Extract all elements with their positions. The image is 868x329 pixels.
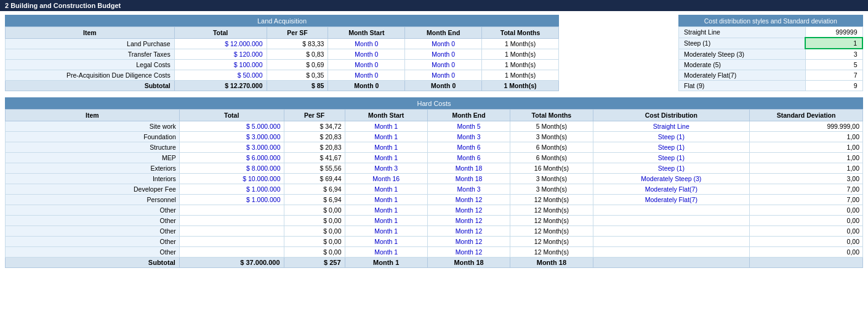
land-months-1: 1 Month(s) (482, 49, 559, 60)
hard-total-3: $ 6.000.000 (179, 153, 284, 163)
hard-mstart-10[interactable]: Month 1 (345, 226, 427, 237)
hard-persf-12: $ 0,00 (284, 247, 345, 258)
hard-stddev-8: 0,00 (750, 205, 863, 216)
hard-months-12: 12 Month(s) (510, 247, 593, 258)
hard-mend-3[interactable]: Month 6 (427, 153, 510, 163)
hard-row-8: Other $ 0,00 Month 1 Month 12 12 Month(s… (6, 205, 863, 216)
hard-item-11: Other (6, 237, 180, 247)
hard-col-persf: Per SF (284, 110, 345, 121)
hard-mend-11[interactable]: Month 12 (427, 237, 510, 247)
land-subtotal-row: Subtotal $ 12.270.000 $ 85 Month 0 Month… (6, 81, 559, 91)
hard-stddev-5: 3,00 (750, 174, 863, 184)
hard-months-10: 12 Month(s) (510, 226, 593, 237)
hard-persf-5: $ 69,44 (284, 174, 345, 184)
hard-costdist-7[interactable]: Moderately Flat(7) (593, 195, 750, 205)
hard-subtotal-stddev (750, 258, 863, 268)
land-months-3: 1 Month(s) (482, 70, 559, 81)
cost-dist-label-5: Flat (9) (679, 81, 806, 91)
land-item-1: Transfer Taxes (6, 49, 175, 60)
hard-mstart-4[interactable]: Month 3 (345, 163, 427, 174)
land-col-monthend: Month End (405, 27, 482, 39)
hard-col-item: Item (6, 110, 180, 121)
hard-total-7: $ 1.000.000 (179, 195, 284, 205)
hard-mend-12[interactable]: Month 12 (427, 247, 510, 258)
land-total-1: $ 120.000 (174, 49, 267, 60)
hard-months-11: 12 Month(s) (510, 237, 593, 247)
hard-item-8: Other (6, 205, 180, 216)
hard-costdist-11 (593, 237, 750, 247)
hard-persf-1: $ 20,83 (284, 132, 345, 142)
hard-mstart-12[interactable]: Month 1 (345, 247, 427, 258)
hard-costdist-6[interactable]: Moderately Flat(7) (593, 184, 750, 195)
hard-mstart-11[interactable]: Month 1 (345, 237, 427, 247)
hard-mstart-2[interactable]: Month 1 (345, 142, 427, 153)
hard-stddev-7: 7,00 (750, 195, 863, 205)
hard-mend-10[interactable]: Month 12 (427, 226, 510, 237)
hard-mend-6[interactable]: Month 3 (427, 184, 510, 195)
cost-dist-value-1[interactable]: 1 (805, 38, 862, 49)
hard-mstart-3[interactable]: Month 1 (345, 153, 427, 163)
hard-mend-9[interactable]: Month 12 (427, 216, 510, 226)
hard-total-6: $ 1.000.000 (179, 184, 284, 195)
land-mend-3[interactable]: Month 0 (405, 70, 482, 81)
hard-mend-2[interactable]: Month 6 (427, 142, 510, 153)
land-total-3: $ 50.000 (174, 70, 267, 81)
hard-subtotal-mstart: Month 1 (345, 258, 427, 268)
hard-costdist-9 (593, 216, 750, 226)
cost-dist-value-5: 9 (805, 81, 862, 91)
hard-months-5: 3 Month(s) (510, 174, 593, 184)
hard-subtotal-mend: Month 18 (427, 258, 510, 268)
hard-row-4: Exteriors $ 8.000.000 $ 55,56 Month 3 Mo… (6, 163, 863, 174)
land-mstart-2[interactable]: Month 0 (328, 60, 405, 70)
hard-mstart-7[interactable]: Month 1 (345, 195, 427, 205)
cost-dist-value-4: 7 (805, 70, 862, 81)
hard-mend-5[interactable]: Month 18 (427, 174, 510, 184)
hard-mend-8[interactable]: Month 12 (427, 205, 510, 216)
hard-costdist-4[interactable]: Steep (1) (593, 163, 750, 174)
hard-mend-4[interactable]: Month 18 (427, 163, 510, 174)
hard-costdist-12 (593, 247, 750, 258)
land-mstart-3[interactable]: Month 0 (328, 70, 405, 81)
hard-total-10 (179, 226, 284, 237)
hard-mend-1[interactable]: Month 3 (427, 132, 510, 142)
land-subtotal-mstart: Month 0 (328, 81, 405, 91)
hard-mstart-0[interactable]: Month 1 (345, 121, 427, 132)
hard-costs-section: Hard Costs Item Total Per SF Month Start… (5, 97, 863, 268)
hard-mend-0[interactable]: Month 5 (427, 121, 510, 132)
hard-mstart-8[interactable]: Month 1 (345, 205, 427, 216)
land-item-3: Pre-Acquisition Due Diligence Costs (6, 70, 175, 81)
hard-costdist-3[interactable]: Steep (1) (593, 153, 750, 163)
hard-total-11 (179, 237, 284, 247)
hard-item-9: Other (6, 216, 180, 226)
hard-mstart-5[interactable]: Month 16 (345, 174, 427, 184)
hard-mstart-1[interactable]: Month 1 (345, 132, 427, 142)
hard-stddev-12: 0,00 (750, 247, 863, 258)
hard-mstart-6[interactable]: Month 1 (345, 184, 427, 195)
land-subtotal-months: 1 Month(s) (482, 81, 559, 91)
land-mstart-1[interactable]: Month 0 (328, 49, 405, 60)
land-mend-2[interactable]: Month 0 (405, 60, 482, 70)
hard-costdist-10 (593, 226, 750, 237)
hard-costdist-0[interactable]: Straight Line (593, 121, 750, 132)
land-item-0: Land Purchase (6, 39, 175, 49)
cost-dist-label-3: Moderate (5) (679, 60, 806, 70)
hard-costdist-2[interactable]: Steep (1) (593, 142, 750, 153)
land-mend-1[interactable]: Month 0 (405, 49, 482, 60)
hard-costdist-5[interactable]: Moderately Steep (3) (593, 174, 750, 184)
hard-subtotal-months: Month 18 (510, 258, 593, 268)
land-col-totalmonths: Total Months (482, 27, 559, 39)
cost-distribution-section: Cost distribution styles and Standard de… (678, 15, 863, 91)
land-mstart-0[interactable]: Month 0 (328, 39, 405, 49)
land-total-0: $ 12.000.000 (174, 39, 267, 49)
hard-col-totalmonths: Total Months (510, 110, 593, 121)
hard-months-1: 3 Month(s) (510, 132, 593, 142)
land-mend-0[interactable]: Month 0 (405, 39, 482, 49)
land-total-2: $ 100.000 (174, 60, 267, 70)
hard-mstart-9[interactable]: Month 1 (345, 216, 427, 226)
cost-dist-row-5: Flat (9) 9 (679, 81, 863, 91)
hard-stddev-4: 1,00 (750, 163, 863, 174)
land-row-0: Land Purchase $ 12.000.000 $ 83,33 Month… (6, 39, 559, 49)
hard-costdist-1[interactable]: Steep (1) (593, 132, 750, 142)
hard-subtotal-costdist (593, 258, 750, 268)
hard-mend-7[interactable]: Month 12 (427, 195, 510, 205)
